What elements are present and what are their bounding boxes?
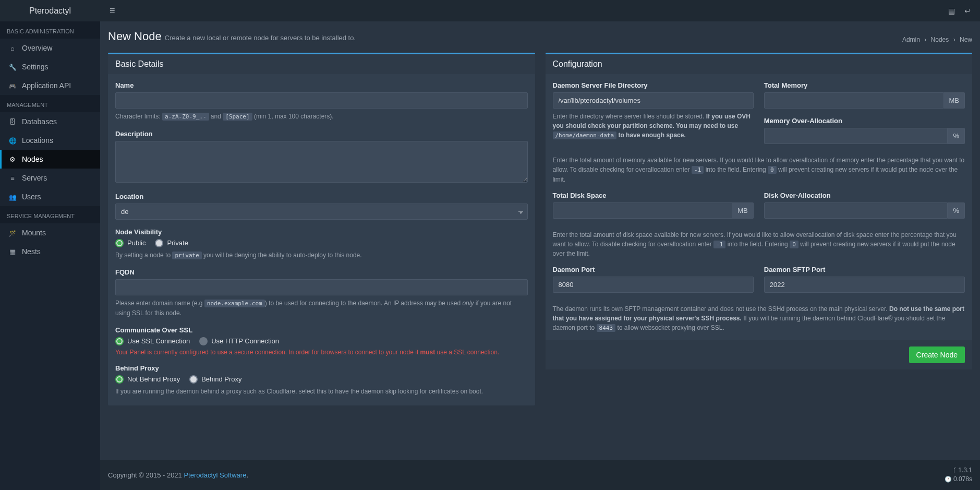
- disk-over-input[interactable]: [764, 202, 948, 219]
- brand[interactable]: Pterodactyl: [0, 0, 100, 21]
- sidebar-item-locations[interactable]: Locations: [0, 131, 100, 150]
- panel-config-header: Configuration: [546, 54, 973, 74]
- sidebar-section-mgmt: MANAGEMENT: [0, 95, 100, 112]
- breadcrumb-nodes[interactable]: Nodes: [931, 36, 949, 43]
- total-disk-label: Total Disk Space: [553, 192, 754, 199]
- sidebar-item-overview[interactable]: Overview: [0, 39, 100, 57]
- ssl-use-ssl-radio[interactable]: Use SSL Connection: [115, 337, 190, 345]
- visibility-private-radio[interactable]: Private: [155, 239, 188, 247]
- dir-help: Enter the directory where server files s…: [553, 112, 754, 140]
- panel-config: Configuration Daemon Server File Directo…: [546, 53, 973, 369]
- magic-icon: [8, 229, 17, 237]
- render-time: 0.078s: [953, 475, 972, 483]
- sidebar-item-label: Settings: [22, 63, 49, 71]
- ssl-use-http-radio[interactable]: Use HTTP Connection: [199, 337, 279, 345]
- daemon-port-input[interactable]: [553, 277, 754, 293]
- name-label: Name: [115, 81, 528, 89]
- users-icon: [8, 193, 17, 201]
- total-memory-unit: MB: [944, 92, 965, 109]
- page-subtitle: Create a new local or remote node for se…: [165, 34, 356, 42]
- sidebar-item-label: Locations: [22, 136, 53, 145]
- globe-icon: [8, 137, 17, 145]
- location-label: Location: [115, 193, 528, 200]
- server-link-icon[interactable]: [948, 7, 955, 15]
- menu-toggle-icon[interactable]: [105, 1, 119, 20]
- sftp-port-input[interactable]: [764, 277, 965, 293]
- radio-icon: [115, 337, 124, 345]
- breadcrumb-admin[interactable]: Admin: [902, 36, 920, 43]
- sidebar-item-label: Application API: [22, 81, 71, 90]
- sidebar-item-label: Databases: [22, 117, 57, 126]
- dashboard-icon: [8, 44, 17, 52]
- visibility-public-radio[interactable]: Public: [115, 239, 146, 247]
- wrench-icon: [8, 63, 17, 71]
- th-large-icon: [8, 248, 17, 256]
- radio-icon: [115, 239, 124, 247]
- fqdn-input[interactable]: [115, 279, 528, 295]
- sidebar-item-label: Users: [22, 193, 41, 201]
- sidebar-item-label: Servers: [22, 174, 47, 182]
- proxy-help: If you are running the daemon behind a p…: [115, 387, 528, 396]
- git-icon: [953, 467, 957, 474]
- copyright-link[interactable]: Pterodactyl Software: [184, 471, 246, 479]
- sidebar-item-servers[interactable]: Servers: [0, 169, 100, 187]
- dir-input[interactable]: [553, 92, 754, 109]
- database-icon: [8, 118, 17, 126]
- sidebar-item-mounts[interactable]: Mounts: [0, 223, 100, 242]
- proxy-not-behind-radio[interactable]: Not Behind Proxy: [115, 375, 180, 384]
- sidebar-item-nests[interactable]: Nests: [0, 242, 100, 261]
- memory-over-input[interactable]: [764, 128, 948, 144]
- sidebar-item-settings[interactable]: Settings: [0, 57, 100, 76]
- total-memory-input[interactable]: [764, 92, 944, 109]
- disk-over-unit: %: [948, 202, 965, 219]
- radio-icon: [115, 375, 124, 384]
- panel-basic: Basic Details Name Character limits: a-z…: [108, 53, 535, 405]
- daemon-port-label: Daemon Port: [553, 266, 754, 273]
- breadcrumb: Admin › Nodes › New: [902, 36, 972, 43]
- memory-over-unit: %: [948, 128, 965, 144]
- gamepad-icon: [8, 82, 17, 90]
- topbar: [100, 0, 980, 21]
- sidebar-section-basic: BASIC ADMINISTRATION: [0, 21, 100, 39]
- memory-over-label: Memory Over-Allocation: [764, 117, 965, 125]
- radio-icon: [199, 337, 208, 345]
- memory-help: Enter the total amount of memory availab…: [553, 156, 965, 184]
- description-input[interactable]: [115, 141, 528, 183]
- visibility-help: By setting a node to private you will be…: [115, 250, 528, 260]
- content: New Node Create a new local or remote no…: [100, 21, 980, 460]
- sidebar-item-label: Overview: [22, 44, 52, 52]
- disk-over-label: Disk Over-Allocation: [764, 192, 965, 199]
- sidebar-item-api[interactable]: Application API: [0, 76, 100, 95]
- disk-help: Enter the total amount of disk space ava…: [553, 230, 965, 259]
- sidebar-item-nodes[interactable]: Nodes: [0, 150, 100, 169]
- name-input[interactable]: [115, 92, 528, 109]
- sidebar-item-users[interactable]: Users: [0, 187, 100, 206]
- ssl-label: Communicate Over SSL: [115, 326, 528, 334]
- sidebar-section-service: SERVICE MANAGEMENT: [0, 206, 100, 223]
- proxy-behind-radio[interactable]: Behind Proxy: [189, 375, 241, 384]
- radio-icon: [189, 375, 198, 384]
- visibility-label: Node Visibility: [115, 228, 528, 236]
- page-title: New Node Create a new local or remote no…: [108, 30, 356, 43]
- location-select[interactable]: de: [115, 204, 528, 220]
- sidebar-item-databases[interactable]: Databases: [0, 112, 100, 131]
- total-disk-input[interactable]: [553, 202, 733, 219]
- create-node-button[interactable]: Create Node: [909, 346, 965, 363]
- sidebar-item-label: Nodes: [22, 155, 43, 163]
- fqdn-label: FQDN: [115, 268, 528, 276]
- fqdn-help: Please enter domain name (e.g node.examp…: [115, 298, 528, 318]
- breadcrumb-new: New: [960, 36, 972, 43]
- copyright-prefix: Copyright © 2015 - 2021: [108, 471, 184, 479]
- radio-icon: [155, 239, 163, 247]
- sign-out-icon[interactable]: [964, 7, 971, 15]
- total-disk-unit: MB: [732, 202, 754, 219]
- copyright-suffix: .: [246, 471, 248, 479]
- sftp-help: The daemon runs its own SFTP management …: [553, 304, 965, 333]
- page-title-text: New Node: [108, 30, 162, 43]
- name-help: Character limits: a-zA-Z0-9_.- and [Spac…: [115, 112, 528, 122]
- clock-icon: [945, 475, 952, 483]
- sidebar-item-label: Nests: [22, 247, 41, 256]
- ssl-warning: Your Panel is currently configured to us…: [115, 349, 528, 356]
- server-icon: [8, 174, 17, 182]
- sidebar: Pterodactyl BASIC ADMINISTRATION Overvie…: [0, 0, 100, 490]
